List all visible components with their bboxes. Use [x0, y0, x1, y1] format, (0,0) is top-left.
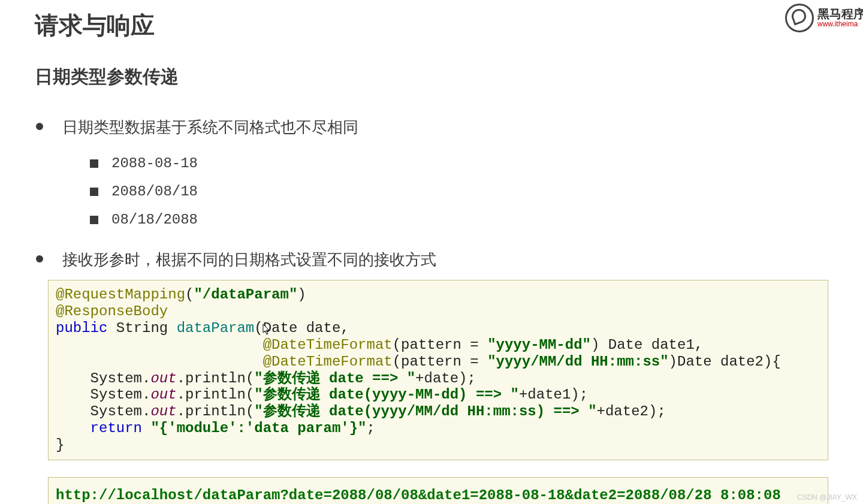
page-title: 请求与响应: [35, 9, 828, 42]
field-ref: out: [150, 387, 176, 403]
code-text: (: [185, 286, 194, 303]
brand-text: 黑马程序 www.itheima: [817, 7, 863, 28]
code-text: (pattern =: [393, 337, 487, 353]
code-indent: [56, 403, 90, 420]
code-text: System.: [90, 370, 151, 387]
string-literal: "参数传递 date(yyyy/MM/dd HH:mm:ss) ==> ": [254, 403, 596, 420]
bullet-text: 日期类型数据基于系统不同格式也不尽相同: [62, 118, 358, 136]
string-literal: "yyyy/MM/dd HH:mm:ss": [487, 354, 668, 370]
code-text: )Date date2){: [669, 354, 781, 370]
brand-url: www.itheima: [817, 20, 863, 28]
watermark: CSDN @JIAY_WX: [797, 493, 857, 502]
bullet-item: 接收形参时，根据不同的日期格式设置不同的接收方式: [35, 248, 828, 271]
code-text: .println(: [177, 403, 255, 420]
annotation: @DateTimeFormat: [263, 337, 393, 353]
code-text: (Date date,: [254, 320, 349, 336]
bullet-list: 日期类型数据基于系统不同格式也不尽相同 2088-08-18 2088/08/1…: [35, 116, 828, 271]
string-literal: "参数传递 date ==> ": [254, 370, 415, 387]
code-text: .println(: [177, 387, 255, 403]
sub-bullet-item: 2088-08-18: [62, 150, 828, 178]
url-block: http://localhost/dataParam?date=2088/08/…: [48, 477, 828, 504]
method-name: dataParam: [177, 320, 255, 336]
string-literal: "yyyy-MM-dd": [487, 337, 591, 353]
code-text: .println(: [177, 370, 255, 387]
code-text: ): [297, 286, 306, 303]
url-text: http://localhost/dataParam?date=2088/08/…: [56, 487, 781, 503]
code-text: String: [107, 320, 176, 336]
horse-icon: [785, 4, 814, 32]
code-text: +date1);: [519, 387, 588, 403]
annotation: @RequestMapping: [56, 286, 185, 303]
section-title: 日期类型参数传递: [35, 65, 828, 89]
annotation: @ResponseBody: [56, 303, 168, 319]
brand-name-cn: 黑马程序: [817, 7, 863, 20]
code-block-java: @RequestMapping("/dataParam") @ResponseB…: [48, 280, 828, 460]
code-indent: [56, 337, 263, 353]
code-indent: [56, 370, 90, 387]
code-text: ;: [367, 420, 375, 436]
code-indent: [56, 354, 263, 370]
keyword: return: [90, 420, 142, 436]
code-text: }: [56, 437, 64, 453]
sub-bullet-item: 08/18/2088: [62, 206, 828, 234]
code-indent: [56, 387, 90, 403]
code-text: System.: [90, 387, 151, 403]
string-literal: "参数传递 date(yyyy-MM-dd) ==> ": [254, 387, 519, 403]
field-ref: out: [150, 370, 176, 387]
code-text: +date);: [415, 370, 476, 387]
string-literal: "/dataParam": [194, 286, 297, 303]
brand-logo: 黑马程序 www.itheima: [785, 4, 863, 32]
sub-bullet-item: 2088/08/18: [62, 178, 828, 206]
bullet-item: 日期类型数据基于系统不同格式也不尽相同 2088-08-18 2088/08/1…: [35, 116, 828, 234]
keyword: public: [56, 320, 107, 336]
code-text: ) Date date1,: [591, 337, 703, 353]
code-text: System.: [90, 403, 151, 420]
slide-page: 黑马程序 www.itheima 请求与响应 日期类型参数传递 日期类型数据基于…: [0, 0, 863, 504]
sub-bullet-list: 2088-08-18 2088/08/18 08/18/2088: [62, 150, 828, 234]
annotation: @DateTimeFormat: [263, 354, 393, 370]
code-text: +date2);: [597, 403, 666, 420]
string-literal: "{'module':'data param'}": [142, 420, 366, 436]
code-indent: [56, 420, 90, 436]
code-text: (pattern =: [393, 354, 487, 370]
field-ref: out: [150, 403, 176, 420]
